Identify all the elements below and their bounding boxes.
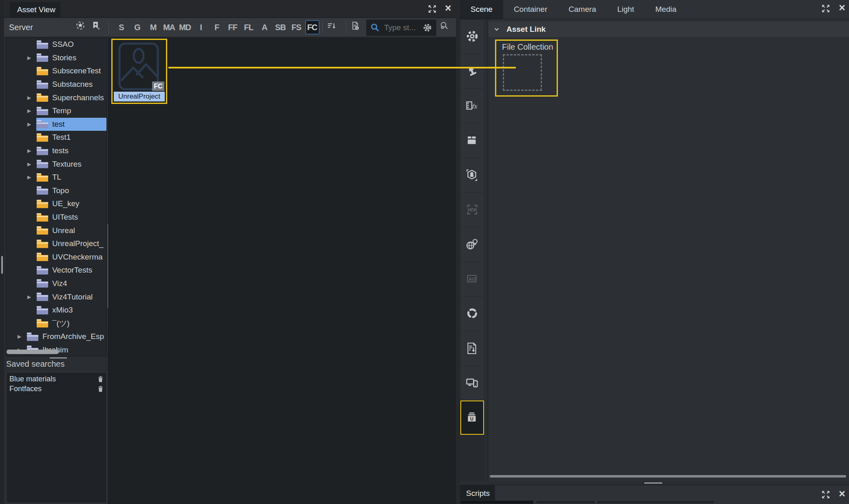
hdr-button[interactable]: HDR — [460, 193, 484, 227]
ambient-occlusion-button[interactable]: AO — [460, 262, 484, 296]
expand-panel-button[interactable] — [821, 490, 830, 499]
expand-arrow-icon[interactable]: ▶ — [27, 161, 36, 167]
close-panel-button[interactable]: × — [444, 4, 453, 13]
expand-arrow-icon[interactable]: ▶ — [27, 148, 36, 154]
refresh-search-button[interactable] — [76, 21, 85, 30]
tree-item[interactable]: ▶ Stories — [6, 51, 106, 65]
tree-item[interactable]: ▶ ¯(ツ) — [6, 317, 106, 330]
script-tab-sliver[interactable] — [460, 500, 533, 504]
splitter-handle[interactable] — [1, 256, 3, 274]
tree-item[interactable]: ▶ Temp — [6, 104, 106, 118]
tree-item[interactable]: ▶ UnrealProject_ — [6, 237, 106, 251]
filter-letter-button[interactable]: MD — [177, 20, 193, 34]
asset-item-unrealproject[interactable]: FC UnrealProject — [111, 39, 167, 104]
filter-letter-button[interactable]: FS — [288, 20, 304, 34]
global-illumination-button[interactable] — [460, 227, 484, 262]
tab-scene[interactable]: Scene — [460, 0, 503, 19]
right-tab-bar: SceneContainerCameraLightMedia — [460, 0, 849, 19]
expand-panel-button[interactable] — [821, 4, 830, 13]
tab-camera[interactable]: Camera — [558, 0, 607, 19]
script-import-button[interactable] — [460, 331, 484, 365]
script-tab-sliver[interactable] — [536, 500, 595, 504]
expand-arrow-icon[interactable]: ▶ — [27, 108, 36, 114]
virtual-studio-button[interactable] — [460, 158, 484, 192]
unreal-file-collection-button[interactable]: U — [460, 401, 484, 435]
stamp-tool-button[interactable] — [460, 54, 484, 88]
saved-search-item[interactable]: Blue materials — [7, 374, 106, 384]
tree-horizontal-scrollbar[interactable] — [7, 350, 59, 354]
advanced-search-button[interactable] — [440, 21, 449, 30]
expand-arrow-icon[interactable]: ▶ — [18, 334, 27, 339]
tree-item[interactable]: ▶ VectorTests — [6, 264, 106, 277]
filter-letter-button[interactable]: MA — [161, 20, 177, 34]
tree-item[interactable]: ▶ TL — [6, 171, 106, 184]
filter-letter-button[interactable]: SB — [272, 20, 288, 34]
search-input[interactable] — [383, 23, 422, 33]
tree-item[interactable]: ▶ UITests — [6, 211, 106, 224]
expand-arrow-icon[interactable]: ▶ — [27, 121, 36, 127]
filter-letter-button[interactable]: FL — [241, 20, 256, 34]
tree-item[interactable]: ▶ test — [6, 118, 106, 131]
expand-arrow-icon[interactable]: ▶ — [27, 294, 36, 300]
filter-letter-button[interactable]: A — [256, 20, 272, 34]
tree-item[interactable]: ▶ SSAO — [6, 38, 106, 51]
asset-info-button[interactable] — [351, 21, 360, 30]
tree-item[interactable]: ▶ Unreal — [6, 224, 106, 237]
delete-trash-icon[interactable] — [97, 376, 104, 383]
tree-item[interactable]: ▶ Superchannels — [6, 91, 106, 104]
tree-splitter-handle[interactable] — [50, 357, 67, 359]
asset-view-panel: Asset View × Server — [4, 0, 456, 504]
tree-item[interactable]: ▶ Viz4Tutorial — [6, 290, 106, 304]
tab-asset-view[interactable]: Asset View — [10, 2, 60, 18]
tab-media[interactable]: Media — [645, 0, 687, 19]
bookmark-button[interactable] — [91, 21, 100, 30]
search-settings-gear-icon[interactable] — [422, 23, 432, 33]
expand-arrow-icon[interactable]: ▶ — [27, 174, 36, 180]
file-collection-drop-zone[interactable] — [503, 54, 542, 91]
filter-letter-button[interactable]: FC — [305, 20, 319, 34]
tree-item[interactable]: ▶ Test1 — [6, 131, 106, 144]
filter-letter-button[interactable]: M — [145, 20, 161, 34]
close-panel-button[interactable]: × — [838, 489, 847, 498]
expand-arrow-icon[interactable]: ▶ — [27, 55, 36, 61]
filter-letter-button[interactable]: F — [209, 20, 225, 34]
expand-panel-button[interactable] — [428, 4, 437, 13]
folder-tree[interactable]: ▶ SSAO ▶ Stories ▶ SubsceneTest ▶ Subst — [6, 37, 107, 357]
filter-letter-button[interactable]: S — [113, 20, 129, 34]
tree-item[interactable]: ▶ UE_key — [6, 197, 106, 211]
saved-search-item[interactable]: Fontfaces — [7, 384, 106, 394]
tree-item[interactable]: ▶ SubsceneTest — [6, 64, 106, 78]
video-fx-button[interactable]: fx — [460, 89, 484, 123]
settings-gear-button[interactable] — [460, 20, 484, 54]
tree-item[interactable]: ▶ UVCheckerma — [6, 251, 106, 264]
tab-light[interactable]: Light — [607, 0, 645, 19]
filter-letter-button[interactable]: G — [129, 20, 145, 34]
filter-letter-button[interactable]: FF — [225, 20, 241, 34]
script-tab-sliver[interactable] — [597, 500, 715, 504]
filter-letter-button[interactable]: I — [193, 20, 209, 34]
output-devices-button[interactable] — [460, 366, 484, 400]
close-panel-button[interactable]: × — [838, 3, 847, 12]
asset-grid[interactable]: FC UnrealProject — [108, 37, 456, 504]
filter-letter-label: FC — [307, 23, 317, 32]
sort-button[interactable] — [327, 22, 336, 31]
delete-trash-icon[interactable] — [97, 385, 104, 392]
tree-item[interactable]: ▶ Textures — [6, 157, 106, 171]
tab-container[interactable]: Container — [503, 0, 558, 19]
panel-splitter-handle[interactable] — [644, 482, 662, 484]
saved-search-label: Fontfaces — [9, 385, 42, 393]
media-container-button[interactable] — [460, 123, 484, 158]
asset-link-header[interactable]: Asset Link — [488, 22, 849, 37]
content-horizontal-scrollbar[interactable] — [490, 475, 846, 478]
tree-item[interactable]: ▶ tests — [6, 144, 106, 158]
post-process-button[interactable] — [460, 297, 484, 331]
tree-item[interactable]: ▶ Viz4 — [6, 277, 106, 291]
tree-item[interactable]: ▶ FromArchive_Esp — [6, 330, 106, 343]
tree-item[interactable]: ▶ xMio3 — [6, 304, 106, 317]
tab-scripts[interactable]: Scripts — [460, 485, 495, 502]
search-field[interactable] — [366, 20, 436, 36]
filter-letter-label: FL — [244, 23, 253, 32]
tree-item[interactable]: ▶ Substacnes — [6, 78, 106, 91]
tree-item[interactable]: ▶ Topo — [6, 184, 106, 198]
expand-arrow-icon[interactable]: ▶ — [27, 95, 36, 101]
